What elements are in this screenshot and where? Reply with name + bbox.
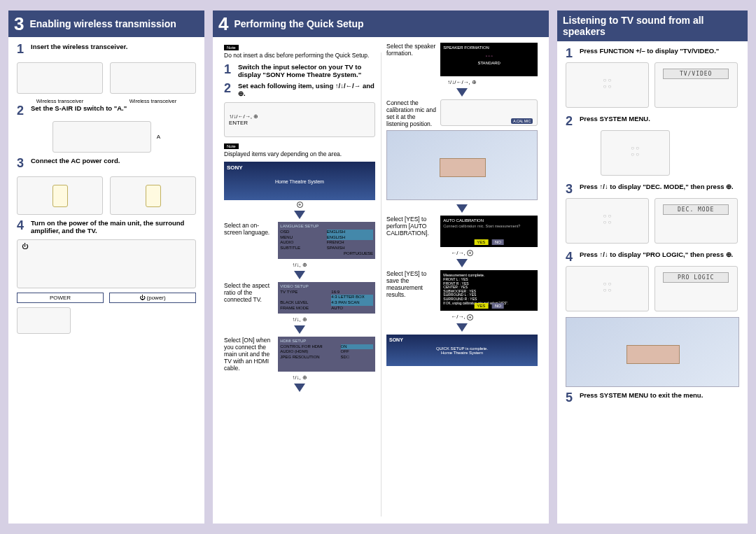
rowD-label: Select the speaker formation. [386, 43, 436, 76]
p5-s3-illus: ○ ○○ ○ DEC. MODE [566, 198, 739, 244]
p5-step2: 2 Press SYSTEM MENU. [566, 115, 739, 127]
p3-s3-illus-row [17, 172, 196, 219]
arrow-icon [456, 259, 468, 267]
transceiver-illus-a [17, 62, 103, 94]
hdmi-menu: HDMI SETUP CONTROL FOR HDMION AUDIO (HDM… [278, 337, 375, 372]
results-menu: Measurement complete. FRONT L : YES FRON… [440, 270, 538, 311]
panel3-body: 1 Insert the wireless transceiver. Wirel… [8, 37, 204, 524]
arrow-icon [456, 323, 468, 332]
sair-switch-illus: A [52, 121, 151, 153]
remote-sysmenu-illus: ○ ○○ ○ [601, 130, 670, 176]
p3-s4-num: 4 [17, 219, 27, 235]
note1-label: Note [224, 45, 239, 50]
page-root: 3 Enabling wireless transmission 1 Inser… [0, 0, 756, 534]
p3-step4: 4 Turn on the power of the main unit, th… [17, 219, 196, 235]
power-label: POWER [17, 293, 104, 303]
video-menu: VIDEO SETUP TV TYPE16:9 4:3 LETTER BOX B… [278, 282, 375, 314]
rowA-label: Select an on-screen language. [224, 222, 274, 259]
arrow-icon [456, 204, 468, 213]
auto-calib-menu: AUTO CALIBRATION Connect calibration mic… [440, 216, 538, 247]
p4-rowE: Connect the calibration mic and set it a… [386, 99, 538, 127]
p4-s1-text: Switch the input selector on your TV to … [238, 63, 375, 79]
room-layout-illus [386, 130, 538, 200]
p4-s2-num: 2 [224, 82, 234, 98]
p5-s1-illus: ○ ○○ ○ TV/VIDEO [566, 62, 739, 108]
yes-button: YES [474, 303, 488, 309]
panel5-title: Listening to TV sound from all speakers [563, 15, 742, 37]
p3-step1: 1 Insert the wireless transceiver. [17, 43, 196, 55]
ac-cord-illus-a [17, 176, 103, 215]
yes-no-row2: YES NO [472, 304, 505, 308]
transceiver-illus-b [110, 62, 196, 94]
p4-rowF: Select [YES] to perform [AUTO CALIBRATIO… [386, 216, 538, 247]
device-illus: PRO LOGIC [654, 266, 738, 311]
p3-s4-text: Turn on the power of the main unit, the … [31, 219, 196, 235]
hint-d: ↑/↓/←/→, ⊕ [386, 79, 538, 85]
p5-s4-illus: ○ ○○ ○ PRO LOGIC [566, 266, 739, 311]
hts-text: Home Theatre System [227, 179, 372, 184]
p3-step3: 3 Connect the AC power cord. [17, 157, 196, 169]
p3-s3-text: Connect the AC power cord. [31, 157, 120, 169]
cap-wt-a: Wireless transceiver [17, 98, 103, 104]
arrow-icon [294, 271, 305, 279]
panel5-body: 1 Press FUNCTION +/– to display "TV/VIDE… [557, 41, 748, 524]
p3-s1-text: Insert the wireless transceiver. [31, 43, 127, 55]
outlet [146, 185, 161, 207]
p3-s1-num: 1 [17, 43, 27, 55]
hint-a: ↑/↓, ⊕ [224, 262, 375, 268]
arrow-icon [294, 384, 305, 392]
speaker-formation-menu: SPEAKER FORMATION ▫ ▫ ▫ STANDARD [440, 43, 538, 76]
remote-illus: ○ ○○ ○ [566, 266, 649, 311]
panel4-col-b: Select the speaker formation. SPEAKER FO… [384, 43, 540, 518]
p4-s2-text: Set each following item, using ↑/↓/←/→ a… [238, 82, 375, 98]
remote-illus: ○ ○○ ○ [566, 62, 649, 108]
outlet [52, 185, 68, 207]
hint-c: ↑/↓, ⊕ [224, 374, 375, 381]
display-prologic: PRO LOGIC [663, 272, 729, 283]
display-decmode: DEC. MODE [663, 204, 729, 215]
sony-screen: SONY Home Theatre System [224, 162, 375, 200]
panel4-header: 4 Performing the Quick Setup [213, 10, 549, 37]
rowG-label: Select [YES] to save the measurement res… [386, 270, 436, 311]
note2-text: Displayed items vary depending on the ar… [224, 150, 375, 157]
rowB-label: Select the aspect ratio of the connected… [224, 282, 274, 314]
p4-step2: 2 Set each following item, using ↑/↓/←/→… [224, 82, 375, 98]
p4-rowG: Select [YES] to save the measurement res… [386, 270, 538, 311]
hint-f: ←/→, + [386, 250, 538, 256]
hint-plus: + [224, 202, 375, 208]
panel4-num: 4 [218, 15, 228, 33]
remote-illus: ○ ○○ ○ [566, 198, 649, 244]
yes-button: YES [474, 239, 488, 245]
arrow-icon [294, 325, 305, 334]
note1-text: Do not insert a disc before performing t… [224, 52, 375, 59]
p3-step2: 2 Set the S-AIR ID switch to "A." [17, 104, 196, 117]
p5-step1: 1 Press FUNCTION +/– to display "TV/VIDE… [566, 47, 739, 59]
rowE-label: Connect the calibration mic and set it a… [386, 99, 436, 127]
panel4-divider [381, 52, 382, 517]
device-mic-illus: A.CAL MIC [440, 99, 538, 127]
yes-no-row: YES NO [472, 240, 505, 244]
surround-sound-illus [566, 317, 739, 387]
panel-quicksetup: 4 Performing the Quick Setup Note Do not… [213, 10, 549, 524]
p4-rowA: Select an on-screen language. LANGUAGE S… [224, 222, 375, 259]
hint-g: ←/→, + [386, 314, 538, 320]
p5-s1-num: 1 [566, 47, 575, 59]
device-illus: DEC. MODE [654, 198, 738, 244]
p5-s1-text: Press FUNCTION +/– to display "TV/VIDEO.… [580, 47, 719, 59]
p3-s3-num: 3 [17, 157, 27, 169]
p3-s1-illus-row: Wireless transceiver Wireless transceive… [17, 58, 196, 104]
panel4-title: Performing the Quick Setup [234, 18, 363, 29]
panel5-header: Listening to TV sound from all speakers [557, 10, 748, 41]
panel4-col-a: Note Do not insert a disc before perform… [221, 43, 378, 518]
panel3-header: 3 Enabling wireless transmission [8, 10, 204, 37]
p5-s2-num: 2 [566, 115, 575, 127]
p5-step4: 4 Press ↑/↓ to display "PRO LOGIC," then… [566, 251, 739, 263]
p4-step1: 1 Switch the input selector on your TV t… [224, 63, 375, 79]
cap-a: A [157, 134, 160, 140]
lang-menu: LANGUAGE SETUP OSDENGLISH MENUENGLISH AU… [278, 222, 375, 259]
display-tvvideo: TV/VIDEO [663, 69, 729, 79]
p5-s5-num: 5 [566, 391, 575, 404]
rowF-label: Select [YES] to perform [AUTO CALIBRATIO… [386, 216, 436, 247]
p5-s2-text: Press SYSTEM MENU. [580, 115, 650, 127]
power-btn-label: ⏻ (power) [109, 293, 196, 303]
